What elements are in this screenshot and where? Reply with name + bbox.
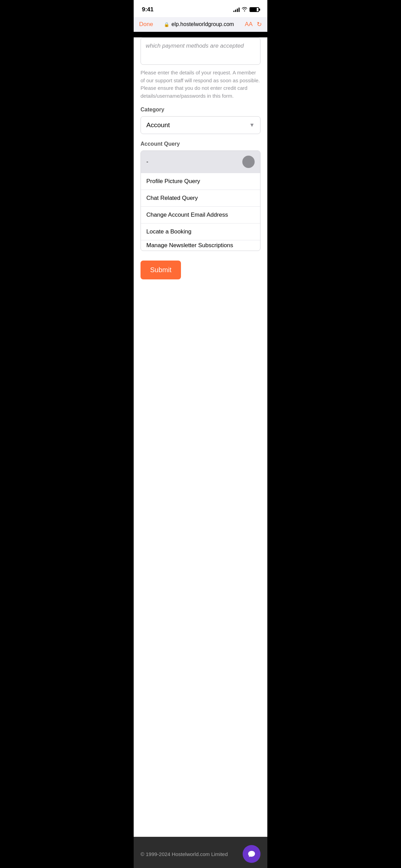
signal-icon	[233, 7, 240, 12]
dropdown-item-chat[interactable]: Chat Related Query	[141, 190, 260, 207]
search-textarea[interactable]: which payment methods are accepted	[141, 37, 260, 65]
dropdown-item-email[interactable]: Change Account Email Address	[141, 207, 260, 224]
aa-button[interactable]: AA	[245, 21, 253, 28]
browser-bar: Done 🔒 elp.hostelworldgroup.com AA ↻	[134, 17, 267, 32]
dropdown-item-booking[interactable]: Locate a Booking	[141, 224, 260, 240]
url-bar: 🔒 elp.hostelworldgroup.com	[157, 21, 241, 27]
status-time: 9:41	[142, 6, 154, 13]
page-content: which payment methods are accepted Pleas…	[134, 37, 267, 837]
account-query-label: Account Query	[141, 141, 260, 147]
lock-icon: 🔒	[164, 22, 169, 27]
dropdown-item-dash[interactable]: -	[141, 151, 260, 173]
category-label: Category	[141, 107, 260, 113]
dropdown-item-profile[interactable]: Profile Picture Query	[141, 173, 260, 190]
category-select[interactable]: Account ▼	[141, 116, 260, 134]
chevron-down-icon: ▼	[249, 122, 255, 128]
scroll-indicator	[242, 156, 255, 168]
footer-copyright: © 1999-2024 Hostelworld.com Limited	[141, 851, 228, 857]
dropdown-item-newsletter[interactable]: Manage Newsletter Subscriptions	[141, 240, 260, 251]
status-bar: 9:41	[134, 0, 267, 17]
status-icons	[233, 7, 259, 12]
reload-button[interactable]: ↻	[257, 21, 262, 28]
account-query-dropdown[interactable]: - Profile Picture Query Chat Related Que…	[141, 150, 260, 251]
page-footer: © 1999-2024 Hostelworld.com Limited	[134, 837, 267, 868]
search-text: which payment methods are accepted	[146, 43, 244, 49]
done-button[interactable]: Done	[139, 21, 153, 28]
wifi-icon	[242, 7, 247, 12]
battery-icon	[250, 7, 259, 12]
helper-text: Please enter the details of your request…	[141, 69, 260, 100]
url-text: elp.hostelworldgroup.com	[171, 21, 234, 27]
chat-button[interactable]	[243, 845, 260, 863]
category-value: Account	[146, 121, 170, 129]
submit-button[interactable]: Submit	[141, 261, 181, 279]
